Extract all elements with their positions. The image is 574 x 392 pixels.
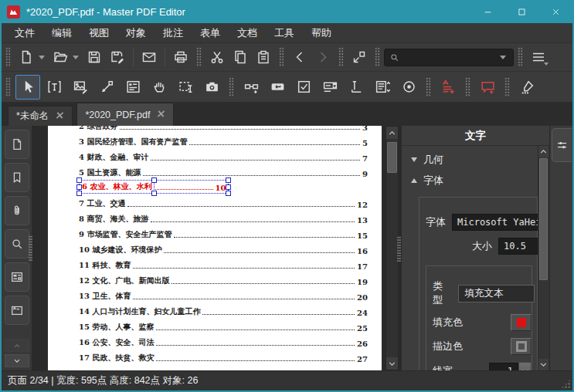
- edit-path-tool[interactable]: [94, 75, 119, 100]
- hand-tool[interactable]: [147, 75, 172, 100]
- fill-color-button[interactable]: [511, 314, 532, 331]
- paste-button[interactable]: [252, 46, 275, 68]
- edit-text-tool[interactable]: [42, 75, 66, 100]
- toolbar-grip[interactable]: [518, 47, 523, 67]
- toc-row[interactable]: 2 综合政务3: [79, 126, 368, 132]
- menu-item-tools[interactable]: 工具: [266, 23, 303, 43]
- font-name-input[interactable]: Microsoft YaHei: [452, 214, 540, 231]
- maximize-button[interactable]: [504, 0, 538, 23]
- document-tab-0[interactable]: *未命名: [8, 106, 73, 126]
- toolbar-grip[interactable]: [375, 47, 380, 67]
- search-panel-button[interactable]: [5, 229, 29, 259]
- dropdown-caret[interactable]: [39, 56, 45, 59]
- toc-row-selected[interactable]: 6 农业、林业、水利10: [79, 178, 368, 194]
- copy-button[interactable]: [229, 46, 252, 68]
- menu-item-comment[interactable]: 批注: [155, 23, 192, 43]
- panel-scrollbar[interactable]: [538, 146, 549, 370]
- section-font[interactable]: 字体: [409, 170, 538, 191]
- panel-scrollbar-thumb[interactable]: [539, 158, 548, 280]
- open-button[interactable]: [49, 46, 72, 68]
- menu-item-forms[interactable]: 表单: [192, 23, 229, 43]
- tab-close-icon[interactable]: [56, 111, 64, 122]
- toolbar-grip[interactable]: [426, 77, 431, 97]
- font-size-input[interactable]: 10.5: [498, 238, 540, 255]
- spinner-down-button[interactable]: [518, 362, 532, 370]
- toc-row[interactable]: 17 民政、扶贫、救灾27: [79, 348, 368, 363]
- new-document-button[interactable]: [15, 46, 38, 68]
- toolbar-grip[interactable]: [465, 77, 470, 97]
- select-tool[interactable]: [15, 75, 40, 100]
- text-annotation-tool[interactable]: [436, 75, 460, 100]
- document-tab-1[interactable]: *2020_PDF.pdf: [76, 103, 174, 126]
- toc-row[interactable]: 5 国土资源、能源9: [79, 163, 368, 178]
- stroke-color-button[interactable]: [511, 338, 532, 355]
- scroll-down-button[interactable]: [386, 357, 398, 370]
- section-geometry[interactable]: 几何: [409, 149, 538, 170]
- thumbnails-panel-button[interactable]: [5, 130, 29, 159]
- selection-handle[interactable]: [76, 177, 82, 183]
- selection-handle[interactable]: [76, 191, 82, 196]
- toc-row[interactable]: 16 公安、安全、司法26: [79, 333, 368, 348]
- toolbar-grip[interactable]: [5, 77, 11, 97]
- toc-row[interactable]: 15 劳动、人事、监察25: [79, 317, 368, 333]
- selection-handle[interactable]: [226, 191, 231, 196]
- save-as-button[interactable]: [106, 46, 129, 68]
- menu-item-help[interactable]: 帮助: [303, 23, 340, 43]
- tab-close-icon[interactable]: [157, 110, 165, 120]
- fit-selection-button[interactable]: [348, 46, 371, 68]
- selection-handle[interactable]: [151, 177, 157, 183]
- minimize-button[interactable]: [470, 0, 504, 23]
- search-dropdown-caret[interactable]: [500, 56, 506, 59]
- attachments-panel-button[interactable]: [5, 196, 29, 225]
- properties-tab-button[interactable]: [552, 128, 572, 162]
- toc-row[interactable]: 10 城乡建设、环境保护16: [79, 240, 368, 255]
- email-button[interactable]: [138, 46, 161, 68]
- list-box-tool[interactable]: [370, 75, 395, 100]
- stroke-width-spinner[interactable]: 1: [489, 362, 532, 370]
- selection-handle[interactable]: [76, 184, 82, 190]
- measure-tool[interactable]: [239, 75, 263, 100]
- checkbox-tool[interactable]: [291, 75, 316, 100]
- scroll-up-button[interactable]: [386, 127, 398, 139]
- sticky-note-tool[interactable]: [475, 75, 500, 100]
- save-button[interactable]: [83, 46, 106, 68]
- dropdown-caret[interactable]: [73, 56, 79, 59]
- toolbar-grip[interactable]: [504, 77, 510, 97]
- scrollbar-thumb[interactable]: [387, 142, 397, 173]
- bookmarks-panel-button[interactable]: [5, 163, 29, 192]
- menu-item-edit[interactable]: 编辑: [43, 23, 80, 43]
- snapshot-tool[interactable]: [199, 75, 224, 100]
- toc-row[interactable]: 7 工业、交通12: [79, 194, 368, 209]
- toc-row[interactable]: 11 科技、教育17: [79, 255, 368, 271]
- search-box[interactable]: [384, 49, 514, 66]
- panel-scroll-up-button[interactable]: [538, 146, 549, 157]
- toolbar-grip[interactable]: [5, 47, 11, 67]
- radio-button-tool[interactable]: [396, 75, 421, 100]
- selection-handle[interactable]: [226, 184, 231, 190]
- toc-row[interactable]: 9 市场监管、安全生产监管15: [79, 225, 368, 240]
- panel-scroll-down-button[interactable]: [538, 359, 549, 370]
- stroke-width-input[interactable]: 1: [489, 363, 518, 371]
- pdf-page[interactable]: 2 综合政务33 国民经济管理、国有资产监管54 财政、金融、审计75 国土资源…: [48, 126, 382, 370]
- menu-item-view[interactable]: 视图: [80, 23, 117, 43]
- text-type-select[interactable]: 填充文本: [458, 285, 535, 302]
- back-button[interactable]: [288, 46, 311, 68]
- selection-handle[interactable]: [151, 191, 157, 196]
- toc-row[interactable]: 4 财政、金融、审计7: [79, 147, 368, 163]
- edit-image-tool[interactable]: [68, 75, 93, 100]
- push-button-tool[interactable]: [265, 75, 290, 100]
- select-region-tool[interactable]: [173, 75, 198, 100]
- toc-row[interactable]: 8 商贸、海关、旅游13: [79, 209, 368, 225]
- signatures-panel-button[interactable]: [5, 296, 29, 325]
- print-button[interactable]: [169, 46, 192, 68]
- toc-row[interactable]: 14 人口与计划生育、妇女儿童工作24: [79, 302, 368, 317]
- main-menu-button[interactable]: [527, 46, 550, 68]
- edit-forms-tool[interactable]: [121, 75, 145, 100]
- toolbar-grip[interactable]: [196, 47, 202, 67]
- document-scrollbar[interactable]: [385, 126, 399, 370]
- text-object-selection[interactable]: 6 农业、林业、水利10: [79, 180, 229, 194]
- window-resize-grip[interactable]: [561, 379, 571, 389]
- selection-handle[interactable]: [226, 177, 231, 183]
- toc-row[interactable]: 12 文化、广电、新闻出版19: [79, 271, 368, 286]
- sidebar-scroll-down-button[interactable]: [5, 354, 29, 367]
